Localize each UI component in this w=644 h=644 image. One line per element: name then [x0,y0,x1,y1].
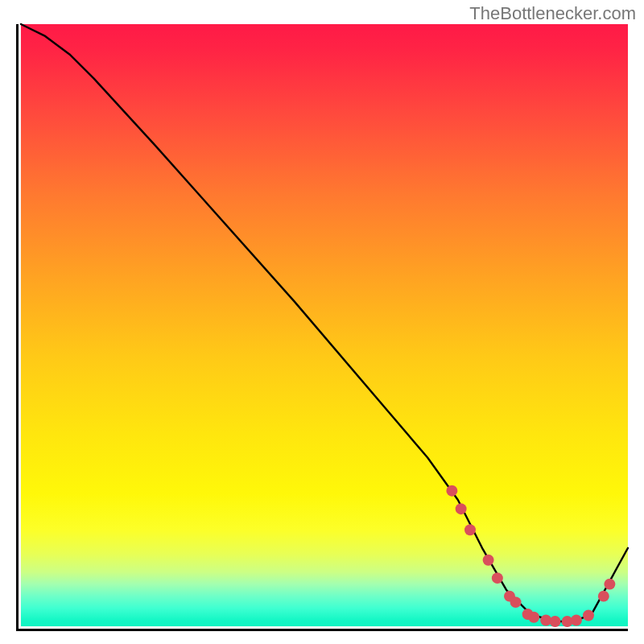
curve-group [21,24,628,621]
plot-area [16,24,628,631]
attribution-text: TheBottlenecker.com [469,3,636,24]
data-marker [464,524,476,535]
data-marker [550,616,561,627]
data-marker [583,610,594,621]
chart-svg [21,24,628,626]
data-marker [483,555,494,566]
data-marker [456,503,467,514]
main-curve [21,24,628,621]
chart-container: TheBottlenecker.com [0,0,644,644]
data-marker [528,612,539,623]
marker-group [446,485,615,627]
data-marker [510,597,522,608]
data-marker [604,579,615,590]
data-marker [598,591,609,602]
data-marker [571,615,582,626]
data-marker [446,485,457,497]
data-marker [492,572,503,584]
